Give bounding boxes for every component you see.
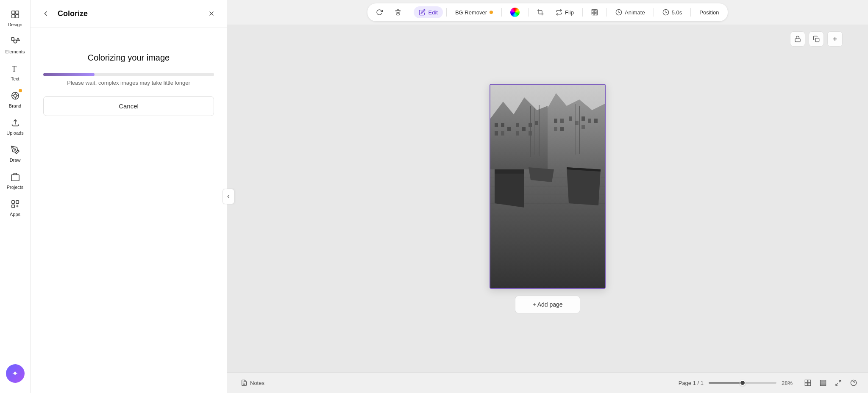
multi-view-icon: [820, 379, 826, 386]
toolbar-divider-4: [528, 8, 529, 17]
page-info: Page 1 / 1 28%: [679, 377, 860, 389]
sidebar-item-projects[interactable]: Projects: [3, 168, 28, 193]
svg-rect-0: [11, 11, 14, 14]
edit-button[interactable]: Edit: [414, 6, 442, 18]
color-wheel-icon: [510, 8, 520, 17]
panel-back-button[interactable]: [39, 7, 53, 20]
panel-header: Colorize: [31, 0, 227, 28]
time-label: 5.0s: [672, 9, 682, 16]
canvas-image-container[interactable]: [490, 84, 606, 289]
progress-bar-background: [43, 73, 214, 76]
edit-icon: [419, 9, 426, 16]
apps-icon: [9, 198, 21, 210]
svg-rect-38: [495, 123, 498, 127]
svg-rect-39: [501, 123, 504, 127]
time-button[interactable]: 5.0s: [657, 6, 687, 18]
sidebar: Design Elements T Text Bra: [0, 0, 31, 393]
help-button[interactable]: [848, 377, 860, 389]
bg-remover-label: BG Remover: [455, 9, 487, 16]
svg-rect-80: [808, 383, 811, 386]
svg-rect-27: [593, 14, 595, 15]
processing-title: Colorizing your image: [88, 53, 170, 63]
sidebar-item-apps[interactable]: Apps: [3, 195, 28, 220]
progress-bar-fill: [43, 73, 95, 76]
transparency-button[interactable]: [586, 6, 603, 18]
svg-rect-25: [592, 12, 593, 14]
delete-button[interactable]: [389, 6, 406, 18]
toolbar: Edit BG Remover: [227, 0, 868, 25]
zoom-slider[interactable]: [709, 382, 776, 384]
zoom-slider-thumb: [740, 380, 746, 386]
toolbar-divider-5: [582, 8, 583, 17]
svg-rect-55: [581, 116, 585, 121]
svg-rect-44: [516, 131, 519, 136]
view-buttons: [802, 377, 860, 389]
text-icon: T: [9, 63, 21, 75]
svg-rect-31: [795, 39, 800, 42]
position-button[interactable]: Position: [694, 7, 724, 18]
sidebar-item-label: Uploads: [6, 130, 23, 136]
flip-label: Flip: [565, 9, 574, 16]
progress-subtitle: Please wait, complex images may take lit…: [43, 80, 214, 86]
notes-icon: [241, 379, 248, 386]
cancel-button[interactable]: Cancel: [43, 96, 214, 116]
canvas-image: [490, 85, 605, 288]
sidebar-item-label: Draw: [10, 158, 21, 163]
sidebar-item-text[interactable]: T Text: [3, 59, 28, 85]
flip-button[interactable]: Flip: [551, 6, 579, 18]
svg-rect-21: [592, 9, 593, 11]
svg-rect-56: [588, 119, 591, 123]
color-wheel-button[interactable]: [505, 5, 525, 19]
sidebar-item-draw[interactable]: Draw: [3, 141, 28, 166]
bottom-bar: Notes Page 1 / 1 28%: [227, 372, 868, 393]
add-page-float-button[interactable]: [827, 31, 843, 47]
sidebar-item-elements[interactable]: Elements: [3, 32, 28, 58]
flip-icon: [556, 9, 562, 16]
svg-rect-1: [15, 11, 18, 14]
sidebar-item-label: Brand: [9, 103, 21, 108]
panel-close-button[interactable]: [205, 7, 218, 20]
toolbar-divider-7: [654, 8, 654, 17]
svg-rect-14: [16, 201, 18, 203]
fullscreen-button[interactable]: [832, 377, 844, 389]
transparency-icon: [591, 9, 598, 16]
crop-icon: [537, 9, 544, 16]
crop-button[interactable]: [532, 6, 549, 18]
uploads-icon: [9, 117, 21, 129]
lock-icon: [794, 36, 801, 42]
ai-magic-button[interactable]: ✦: [6, 364, 25, 383]
svg-rect-41: [501, 131, 504, 136]
svg-rect-79: [805, 383, 807, 386]
sidebar-item-uploads[interactable]: Uploads: [3, 113, 28, 139]
copy-button[interactable]: [809, 31, 824, 47]
add-page-button[interactable]: + Add page: [515, 296, 580, 313]
toolbar-divider-8: [690, 8, 691, 17]
svg-marker-71: [495, 169, 524, 174]
progress-container: Please wait, complex images may take lit…: [43, 73, 214, 86]
svg-rect-48: [535, 121, 538, 125]
grid-view-button[interactable]: [802, 377, 814, 389]
svg-marker-74: [529, 167, 554, 182]
svg-rect-43: [516, 123, 519, 127]
refresh-button[interactable]: [371, 6, 388, 18]
delete-icon: [395, 9, 401, 16]
svg-rect-57: [581, 125, 585, 129]
lock-button[interactable]: [790, 31, 805, 47]
svg-rect-45: [522, 127, 526, 131]
bg-remover-button[interactable]: BG Remover: [450, 7, 498, 18]
page-label: Page 1 / 1: [679, 380, 704, 386]
zoom-percent: 28%: [782, 380, 797, 386]
svg-rect-54: [575, 121, 579, 125]
sidebar-item-design[interactable]: Design: [3, 5, 28, 30]
animate-button[interactable]: Animate: [610, 6, 650, 18]
svg-marker-6: [16, 38, 19, 41]
colorize-panel: Colorize Colorizing your image Please wa…: [31, 0, 227, 393]
sidebar-item-brand[interactable]: Brand: [3, 86, 28, 112]
svg-rect-50: [560, 119, 564, 123]
multi-view-button[interactable]: [817, 377, 829, 389]
notes-button[interactable]: Notes: [236, 377, 270, 389]
svg-rect-47: [529, 131, 532, 136]
hide-panel-button[interactable]: [223, 189, 234, 204]
panel-title: Colorize: [58, 9, 88, 18]
grid-view-icon: [804, 379, 811, 386]
